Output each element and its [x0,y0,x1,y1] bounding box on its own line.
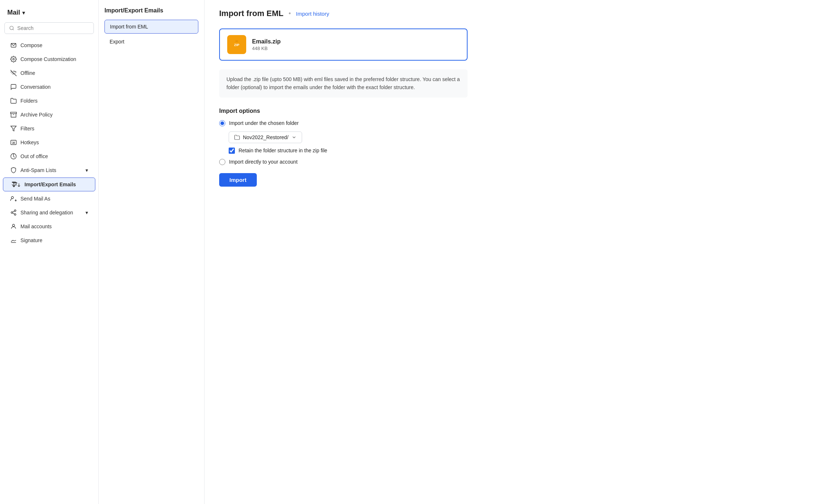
radio-option-folder[interactable]: Import under the chosen folder [219,120,812,126]
sidebar-item-out-of-office[interactable]: Out of office [3,150,95,163]
sidebar-item-label: Folders [20,98,38,104]
out-of-office-icon [10,153,17,160]
sidebar-item-label: Compose [20,42,42,48]
svg-point-14 [11,196,14,199]
zip-icon-svg: ZIP [232,39,242,50]
svg-point-15 [14,210,16,212]
sidebar-item-folders[interactable]: Folders [3,94,95,107]
sharing-icon [10,209,17,216]
sidebar-item-filters[interactable]: Filters [3,122,95,135]
send-mail-as-icon [10,195,17,202]
compose-icon [10,42,17,49]
checkbox-retain-structure[interactable]: Retain the folder structure in the zip f… [229,148,812,154]
mail-accounts-icon [10,223,17,230]
main-content: Import from EML • Import history ZIP Ema… [205,0,827,504]
archive-policy-icon [10,111,17,118]
sidebar-item-label: Send Mail As [20,196,50,202]
mid-panel: Import/Export Emails Import from EML Exp… [99,0,205,504]
svg-point-3 [13,58,15,60]
checkbox-retain-label: Retain the folder structure in the zip f… [239,148,327,153]
sidebar-item-label: Compose Customization [20,56,76,62]
svg-marker-8 [11,126,16,131]
svg-line-19 [12,211,14,212]
svg-point-16 [11,212,13,214]
radio-folder-label: Import under the chosen folder [229,120,299,126]
sidebar-item-label: Sharing and delegation [20,210,73,215]
folders-icon [10,98,17,104]
sidebar-item-label: Signature [20,237,42,243]
svg-line-1 [13,29,14,30]
folder-name: Nov2022_Restored/ [243,134,289,140]
svg-rect-6 [11,112,17,114]
mid-panel-item-export[interactable]: Export [104,35,198,48]
main-title: Import from EML [219,9,283,18]
anti-spam-chevron-icon: ▾ [85,167,88,173]
radio-account-input[interactable] [219,159,225,165]
sidebar-item-label: Offline [20,70,35,76]
radio-option-account[interactable]: Import directly to your account [219,159,812,165]
compose-customization-icon [10,56,17,62]
sidebar-item-send-mail-as[interactable]: Send Mail As [3,192,95,205]
sidebar-item-label: Mail accounts [20,224,52,229]
info-text: Upload the .zip file (upto 500 MB) with … [226,76,460,90]
sidebar-item-label: Conversation [20,84,51,90]
import-button[interactable]: Import [219,173,257,187]
file-box[interactable]: ZIP Emails.zip 448 KB [219,28,468,61]
file-size: 448 KB [252,46,281,51]
mid-panel-item-import-eml[interactable]: Import from EML [104,20,198,34]
offline-icon [10,70,17,76]
sidebar-item-offline[interactable]: Offline [3,66,95,80]
sidebar-item-anti-spam-lists[interactable]: Anti-Spam Lists ▾ [3,164,95,177]
file-name: Emails.zip [252,38,281,45]
sidebar-item-label: Archive Policy [20,112,53,118]
hotkeys-icon [10,139,17,146]
sidebar-item-import-export[interactable]: Import/Export Emails [3,177,95,191]
zip-file-icon: ZIP [227,35,246,54]
svg-text:ZIP: ZIP [234,43,240,47]
filters-icon [10,125,17,132]
anti-spam-icon [10,167,17,173]
svg-point-17 [14,214,16,215]
search-box[interactable] [4,22,94,34]
mid-panel-title: Import/Export Emails [104,7,198,14]
info-box: Upload the .zip file (upto 500 MB) with … [219,69,468,98]
main-header: Import from EML • Import history [219,9,812,18]
app-title-chevron[interactable]: ▾ [22,10,25,16]
sidebar-item-compose-customization[interactable]: Compose Customization [3,53,95,66]
import-options: Import options Import under the chosen f… [219,108,812,165]
svg-point-0 [10,26,14,30]
svg-line-18 [12,213,14,214]
sidebar-item-hotkeys[interactable]: Hotkeys [3,136,95,149]
folder-dropdown[interactable]: Nov2022_Restored/ [229,131,302,143]
radio-folder-input[interactable] [219,120,225,126]
sidebar-item-conversation[interactable]: Conversation [3,80,95,93]
dot-separator: • [289,10,291,18]
sidebar-item-label: Hotkeys [20,140,39,145]
sidebar-item-label: Import/Export Emails [24,182,76,187]
app-title: Mail ▾ [0,6,98,22]
import-export-icon-alt [14,181,21,188]
file-info: Emails.zip 448 KB [252,38,281,51]
sidebar-item-label: Out of office [20,153,48,159]
folder-dropdown-icon [234,134,240,140]
sidebar-item-signature[interactable]: Signature [3,234,95,247]
app-title-text: Mail [7,9,20,16]
import-options-title: Import options [219,108,812,114]
signature-icon [10,237,17,244]
sidebar-item-label: Anti-Spam Lists [20,167,56,173]
sharing-chevron-icon: ▾ [85,210,88,215]
sidebar-item-archive-policy[interactable]: Archive Policy [3,108,95,121]
radio-account-label: Import directly to your account [229,159,298,165]
search-icon [9,25,14,31]
sidebar-item-compose[interactable]: Compose [3,39,95,52]
sidebar: Mail ▾ Compose Compose Customization Off… [0,0,99,504]
conversation-icon [10,84,17,90]
checkbox-retain-input[interactable] [229,148,235,154]
svg-point-20 [12,224,15,226]
search-input[interactable] [17,25,89,31]
sidebar-item-sharing-delegation[interactable]: Sharing and delegation ▾ [3,206,95,219]
import-history-link[interactable]: Import history [296,11,329,17]
sidebar-item-label: Filters [20,126,34,131]
chevron-down-icon [291,135,297,140]
sidebar-item-mail-accounts[interactable]: Mail accounts [3,220,95,233]
